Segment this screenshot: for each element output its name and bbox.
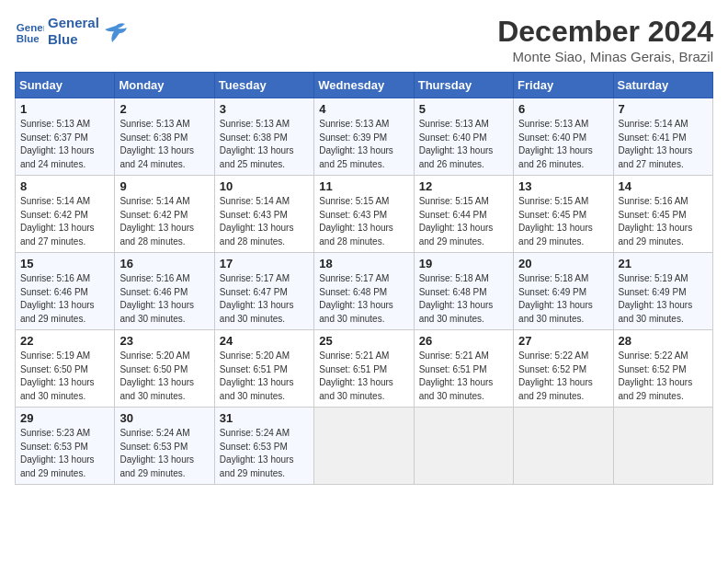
calendar-cell: 14 Sunrise: 5:16 AMSunset: 6:45 PMDaylig… (613, 176, 712, 253)
day-info: Sunrise: 5:15 AMSunset: 6:43 PMDaylight:… (319, 195, 408, 248)
day-info: Sunrise: 5:14 AMSunset: 6:43 PMDaylight:… (220, 195, 309, 248)
calendar-cell: 8 Sunrise: 5:14 AMSunset: 6:42 PMDayligh… (16, 176, 115, 253)
calendar-cell: 6 Sunrise: 5:13 AMSunset: 6:40 PMDayligh… (514, 98, 613, 176)
calendar-cell: 15 Sunrise: 5:16 AMSunset: 6:46 PMDaylig… (16, 253, 115, 330)
calendar-cell: 30 Sunrise: 5:24 AMSunset: 6:53 PMDaylig… (115, 408, 214, 485)
page-header: General Blue General Blue December 2024 … (15, 15, 713, 64)
day-info: Sunrise: 5:21 AMSunset: 6:51 PMDaylight:… (419, 350, 508, 403)
day-info: Sunrise: 5:13 AMSunset: 6:40 PMDaylight:… (518, 118, 608, 171)
calendar-cell: 12 Sunrise: 5:15 AMSunset: 6:44 PMDaylig… (414, 176, 513, 253)
calendar-week-row: 29 Sunrise: 5:23 AMSunset: 6:53 PMDaylig… (16, 408, 713, 485)
calendar-cell: 16 Sunrise: 5:16 AMSunset: 6:46 PMDaylig… (115, 253, 214, 330)
day-info: Sunrise: 5:17 AMSunset: 6:48 PMDaylight:… (319, 272, 408, 326)
header-tuesday: Tuesday (214, 73, 313, 98)
day-info: Sunrise: 5:13 AMSunset: 6:37 PMDaylight:… (20, 118, 109, 171)
day-number: 12 (419, 179, 508, 193)
day-info: Sunrise: 5:13 AMSunset: 6:38 PMDaylight:… (119, 118, 209, 171)
header-friday: Friday (514, 73, 613, 98)
calendar-cell: 1 Sunrise: 5:13 AMSunset: 6:37 PMDayligh… (16, 98, 115, 176)
calendar-cell: 27 Sunrise: 5:22 AMSunset: 6:52 PMDaylig… (514, 330, 613, 408)
calendar-cell: 31 Sunrise: 5:24 AMSunset: 6:53 PMDaylig… (214, 408, 313, 485)
day-number: 6 (518, 102, 608, 116)
day-info: Sunrise: 5:22 AMSunset: 6:52 PMDaylight:… (619, 350, 708, 403)
calendar-week-row: 22 Sunrise: 5:19 AMSunset: 6:50 PMDaylig… (16, 330, 713, 408)
logo: General Blue General Blue (15, 15, 129, 48)
logo-text-blue: Blue (48, 31, 99, 48)
calendar-cell: 23 Sunrise: 5:20 AMSunset: 6:50 PMDaylig… (115, 330, 214, 408)
header-monday: Monday (115, 73, 214, 98)
day-number: 21 (619, 257, 708, 270)
day-info: Sunrise: 5:14 AMSunset: 6:41 PMDaylight:… (619, 118, 708, 171)
day-info: Sunrise: 5:16 AMSunset: 6:46 PMDaylight:… (119, 272, 209, 326)
header-thursday: Thursday (414, 73, 513, 98)
day-number: 28 (619, 334, 708, 348)
day-number: 30 (119, 411, 209, 425)
calendar-cell: 24 Sunrise: 5:20 AMSunset: 6:51 PMDaylig… (214, 330, 313, 408)
title-area: December 2024 Monte Siao, Minas Gerais, … (497, 15, 713, 64)
day-info: Sunrise: 5:16 AMSunset: 6:45 PMDaylight:… (619, 195, 708, 248)
calendar-cell: 20 Sunrise: 5:18 AMSunset: 6:49 PMDaylig… (514, 253, 613, 330)
day-info: Sunrise: 5:19 AMSunset: 6:50 PMDaylight:… (20, 350, 109, 403)
calendar-week-row: 1 Sunrise: 5:13 AMSunset: 6:37 PMDayligh… (16, 98, 713, 176)
day-number: 9 (119, 179, 209, 193)
day-number: 10 (220, 179, 309, 193)
header-sunday: Sunday (16, 73, 115, 98)
day-number: 1 (20, 102, 109, 116)
day-info: Sunrise: 5:14 AMSunset: 6:42 PMDaylight:… (119, 195, 209, 248)
day-info: Sunrise: 5:15 AMSunset: 6:44 PMDaylight:… (419, 195, 508, 248)
calendar-cell (414, 408, 513, 485)
day-number: 5 (419, 102, 508, 116)
logo-icon: General Blue (15, 17, 44, 46)
day-number: 13 (518, 179, 608, 193)
calendar-header-row: Sunday Monday Tuesday Wednesday Thursday… (16, 73, 713, 98)
day-number: 17 (220, 257, 309, 270)
day-info: Sunrise: 5:16 AMSunset: 6:46 PMDaylight:… (20, 272, 109, 326)
calendar-cell: 18 Sunrise: 5:17 AMSunset: 6:48 PMDaylig… (314, 253, 414, 330)
day-number: 18 (319, 257, 408, 270)
day-number: 26 (419, 334, 508, 348)
header-wednesday: Wednesday (314, 73, 414, 98)
location-subtitle: Monte Siao, Minas Gerais, Brazil (497, 49, 713, 64)
calendar-cell: 26 Sunrise: 5:21 AMSunset: 6:51 PMDaylig… (414, 330, 513, 408)
day-info: Sunrise: 5:13 AMSunset: 6:39 PMDaylight:… (319, 118, 408, 171)
day-number: 22 (20, 334, 109, 348)
day-number: 3 (220, 102, 309, 116)
calendar-cell: 19 Sunrise: 5:18 AMSunset: 6:48 PMDaylig… (414, 253, 513, 330)
month-year-title: December 2024 (497, 15, 713, 49)
header-saturday: Saturday (613, 73, 712, 98)
calendar-cell: 17 Sunrise: 5:17 AMSunset: 6:47 PMDaylig… (214, 253, 313, 330)
day-info: Sunrise: 5:14 AMSunset: 6:42 PMDaylight:… (20, 195, 109, 248)
day-info: Sunrise: 5:20 AMSunset: 6:50 PMDaylight:… (119, 350, 209, 403)
day-number: 23 (119, 334, 209, 348)
day-number: 31 (220, 411, 309, 425)
calendar-cell (514, 408, 613, 485)
calendar-cell: 9 Sunrise: 5:14 AMSunset: 6:42 PMDayligh… (115, 176, 214, 253)
day-info: Sunrise: 5:23 AMSunset: 6:53 PMDaylight:… (20, 427, 109, 480)
day-number: 24 (220, 334, 309, 348)
day-info: Sunrise: 5:13 AMSunset: 6:40 PMDaylight:… (419, 118, 508, 171)
calendar-week-row: 15 Sunrise: 5:16 AMSunset: 6:46 PMDaylig… (16, 253, 713, 330)
calendar-cell: 25 Sunrise: 5:21 AMSunset: 6:51 PMDaylig… (314, 330, 414, 408)
calendar-cell: 2 Sunrise: 5:13 AMSunset: 6:38 PMDayligh… (115, 98, 214, 176)
logo-bird-icon (103, 18, 129, 44)
day-info: Sunrise: 5:22 AMSunset: 6:52 PMDaylight:… (518, 350, 608, 403)
calendar-cell: 7 Sunrise: 5:14 AMSunset: 6:41 PMDayligh… (613, 98, 712, 176)
day-number: 27 (518, 334, 608, 348)
day-info: Sunrise: 5:19 AMSunset: 6:49 PMDaylight:… (619, 272, 708, 326)
day-number: 15 (20, 257, 109, 270)
day-info: Sunrise: 5:13 AMSunset: 6:38 PMDaylight:… (220, 118, 309, 171)
calendar-cell: 21 Sunrise: 5:19 AMSunset: 6:49 PMDaylig… (613, 253, 712, 330)
day-number: 29 (20, 411, 109, 425)
day-info: Sunrise: 5:18 AMSunset: 6:48 PMDaylight:… (419, 272, 508, 326)
day-number: 20 (518, 257, 608, 270)
day-info: Sunrise: 5:17 AMSunset: 6:47 PMDaylight:… (220, 272, 309, 326)
calendar-cell: 5 Sunrise: 5:13 AMSunset: 6:40 PMDayligh… (414, 98, 513, 176)
day-info: Sunrise: 5:18 AMSunset: 6:49 PMDaylight:… (518, 272, 608, 326)
calendar-cell: 3 Sunrise: 5:13 AMSunset: 6:38 PMDayligh… (214, 98, 313, 176)
calendar-cell (314, 408, 414, 485)
day-number: 11 (319, 179, 408, 193)
day-number: 4 (319, 102, 408, 116)
calendar-table: Sunday Monday Tuesday Wednesday Thursday… (15, 72, 713, 485)
logo-text-general: General (48, 15, 99, 31)
day-info: Sunrise: 5:15 AMSunset: 6:45 PMDaylight:… (518, 195, 608, 248)
